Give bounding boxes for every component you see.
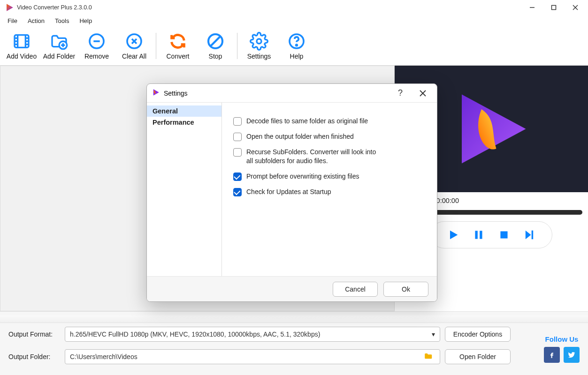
dialog-content: Decode files to same folder as original … (222, 103, 437, 276)
checkbox-label: Check for Updates at Startup (246, 188, 331, 196)
recurse-subfolders-checkbox[interactable] (233, 148, 242, 157)
checkbox-label: Recurse SubFolders. Converter will look … (246, 148, 378, 165)
open-output-checkbox[interactable] (233, 133, 242, 141)
app-logo-icon (152, 88, 160, 98)
dialog-footer: Cancel Ok (147, 276, 437, 301)
settings-tab-general[interactable]: General (147, 105, 221, 117)
ok-button[interactable]: Ok (383, 282, 428, 297)
check-updates-checkbox[interactable] (233, 188, 242, 196)
dialog-sidebar: General Performance (147, 103, 222, 276)
decode-same-folder-checkbox[interactable] (233, 117, 242, 126)
checkbox-label: Decode files to same folder as original … (246, 117, 368, 126)
settings-tab-performance[interactable]: Performance (147, 117, 221, 128)
dialog-titlebar: Settings ? (147, 84, 437, 103)
settings-dialog: Settings ? General Performance Decode fi… (146, 83, 437, 302)
checkbox-label: Prompt before overwriting existing files (246, 172, 359, 181)
dialog-backdrop: Settings ? General Performance Decode fi… (0, 0, 588, 375)
dialog-help-button[interactable]: ? (391, 84, 410, 103)
dialog-close-button[interactable] (413, 84, 432, 103)
dialog-title: Settings (164, 90, 387, 97)
prompt-overwrite-checkbox[interactable] (233, 172, 242, 181)
cancel-button[interactable]: Cancel (333, 282, 378, 297)
checkbox-label: Open the output folder when finished (246, 132, 354, 141)
